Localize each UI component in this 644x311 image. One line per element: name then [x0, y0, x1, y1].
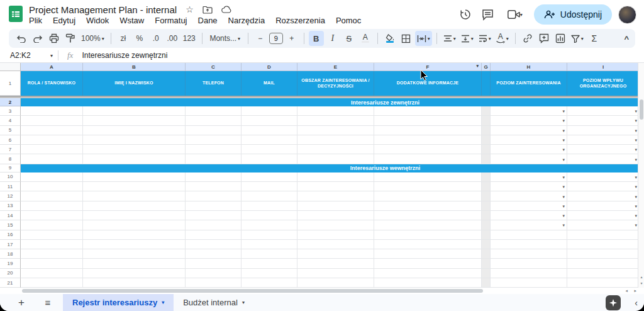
- cell-F16[interactable]: [374, 230, 482, 240]
- cell-G4[interactable]: [482, 116, 491, 125]
- row-header-3[interactable]: 3: [0, 106, 21, 116]
- cell-I20[interactable]: [567, 269, 638, 278]
- cell-B14[interactable]: [83, 211, 186, 220]
- explore-button[interactable]: [606, 295, 621, 310]
- cell-D12[interactable]: [242, 191, 297, 201]
- cell-H11[interactable]: ▾: [491, 182, 567, 191]
- cell-F19[interactable]: [374, 259, 482, 268]
- cell-E11[interactable]: [297, 182, 374, 191]
- cell-C12[interactable]: [186, 191, 242, 201]
- row-header-7[interactable]: 7: [0, 145, 21, 154]
- cell-dropdown-icon[interactable]: ▾: [635, 184, 637, 189]
- cell-D21[interactable]: [242, 278, 297, 288]
- cell-H7[interactable]: ▾: [491, 145, 567, 154]
- column-header-D[interactable]: D: [242, 63, 297, 71]
- cell-D19[interactable]: [242, 259, 297, 268]
- cell-dropdown-icon[interactable]: ▾: [635, 194, 637, 198]
- cell-G21[interactable]: [482, 278, 491, 288]
- bold-button[interactable]: B: [309, 31, 324, 46]
- cell-H10[interactable]: ▾: [491, 172, 567, 182]
- cell-dropdown-icon[interactable]: ▾: [635, 147, 637, 152]
- cell-dropdown-icon[interactable]: ▾: [635, 213, 637, 218]
- row-header-4[interactable]: 4: [0, 116, 21, 125]
- cell-C14[interactable]: [186, 211, 242, 220]
- cell-B8[interactable]: [83, 154, 186, 164]
- header-cell-E1[interactable]: OBSZAR ZAINTERESOWANIA / DECYZYJNOŚCI: [297, 71, 374, 96]
- horizontal-scrollbar[interactable]: ◂ ▸: [0, 288, 644, 294]
- cell-E4[interactable]: [297, 116, 374, 125]
- cell-H4[interactable]: ▾: [491, 116, 567, 125]
- font-size-input[interactable]: 9: [269, 33, 283, 44]
- cell-G13[interactable]: [482, 201, 491, 211]
- cell-H15[interactable]: ▾: [491, 220, 567, 230]
- paint-format-button[interactable]: [63, 31, 78, 46]
- cell-B16[interactable]: [83, 230, 186, 240]
- version-history-icon[interactable]: [457, 6, 474, 23]
- strikethrough-button[interactable]: S: [341, 31, 357, 46]
- header-cell-A1[interactable]: ROLA / STANOWISKO: [21, 71, 83, 96]
- horizontal-align-button[interactable]: ▾: [441, 31, 458, 46]
- cell-H13[interactable]: ▾: [491, 201, 567, 211]
- cell-dropdown-icon[interactable]: ▾: [635, 118, 637, 123]
- cell-dropdown-icon[interactable]: ▾: [562, 174, 565, 179]
- cell-B19[interactable]: [83, 259, 186, 268]
- cell-I3[interactable]: ▾: [567, 106, 638, 116]
- cell-F21[interactable]: [374, 278, 482, 288]
- text-color-button[interactable]: A: [358, 31, 373, 46]
- cell-G14[interactable]: [482, 211, 491, 220]
- cell-B10[interactable]: [83, 172, 186, 182]
- cell-H3[interactable]: ▾: [491, 106, 567, 116]
- cell-G19[interactable]: [482, 259, 491, 268]
- insert-comment-button[interactable]: [536, 31, 552, 46]
- borders-button[interactable]: [399, 31, 414, 46]
- decrease-decimal-button[interactable]: .0: [148, 31, 164, 46]
- cell-C7[interactable]: [186, 145, 242, 154]
- cell-E8[interactable]: [297, 154, 374, 164]
- cell-I12[interactable]: ▾: [567, 191, 638, 201]
- cell-C19[interactable]: [186, 259, 242, 268]
- cell-G10[interactable]: [482, 172, 491, 182]
- section-banner-row-2[interactable]: Interesariusze zewnętrzni: [21, 98, 638, 106]
- cell-E21[interactable]: [297, 278, 374, 288]
- cell-A12[interactable]: [21, 191, 83, 201]
- cell-F8[interactable]: [374, 154, 482, 164]
- column-header-E[interactable]: E: [297, 63, 374, 71]
- cell-D8[interactable]: [242, 154, 297, 164]
- row-header-16[interactable]: 16: [0, 230, 21, 240]
- column-header-H[interactable]: H: [491, 63, 567, 71]
- select-all-corner[interactable]: [0, 63, 21, 71]
- cell-H5[interactable]: ▾: [491, 126, 567, 135]
- cell-H18[interactable]: [491, 249, 567, 259]
- cell-H19[interactable]: [491, 259, 567, 268]
- cell-A18[interactable]: [21, 249, 83, 259]
- vertical-align-button[interactable]: ▾: [459, 31, 475, 46]
- row-header-5[interactable]: 5: [0, 126, 21, 135]
- comments-icon[interactable]: [480, 6, 496, 23]
- cell-A11[interactable]: [21, 182, 83, 191]
- row-header-21[interactable]: 21: [0, 278, 21, 288]
- cell-F11[interactable]: [374, 182, 482, 191]
- cell-I8[interactable]: ▾: [567, 154, 638, 164]
- cell-E6[interactable]: [297, 135, 374, 145]
- cell-H17[interactable]: [491, 240, 567, 249]
- cell-H14[interactable]: ▾: [491, 211, 567, 220]
- cell-dropdown-icon[interactable]: ▾: [635, 138, 637, 142]
- cell-dropdown-icon[interactable]: ▾: [562, 109, 565, 113]
- cell-I14[interactable]: ▾: [567, 211, 638, 220]
- cell-C11[interactable]: [186, 182, 242, 191]
- cell-dropdown-icon[interactable]: ▾: [635, 174, 637, 179]
- cell-A16[interactable]: [21, 230, 83, 240]
- cell-B20[interactable]: [83, 269, 186, 278]
- share-button[interactable]: Udostępnij: [534, 4, 612, 25]
- row-header-13[interactable]: 13: [0, 201, 21, 211]
- cell-I4[interactable]: ▾: [567, 116, 638, 125]
- tab-budzet-internal[interactable]: Budżet internal ▾: [174, 294, 254, 311]
- cell-B17[interactable]: [83, 240, 186, 249]
- cell-F18[interactable]: [374, 249, 482, 259]
- header-cell-C1[interactable]: TELEFON: [186, 71, 242, 96]
- cell-H12[interactable]: ▾: [491, 191, 567, 201]
- column-header-C[interactable]: C: [186, 63, 242, 71]
- text-rotation-button[interactable]: A▾: [494, 31, 511, 46]
- cell-C21[interactable]: [186, 278, 242, 288]
- row-header-20[interactable]: 20: [0, 269, 21, 278]
